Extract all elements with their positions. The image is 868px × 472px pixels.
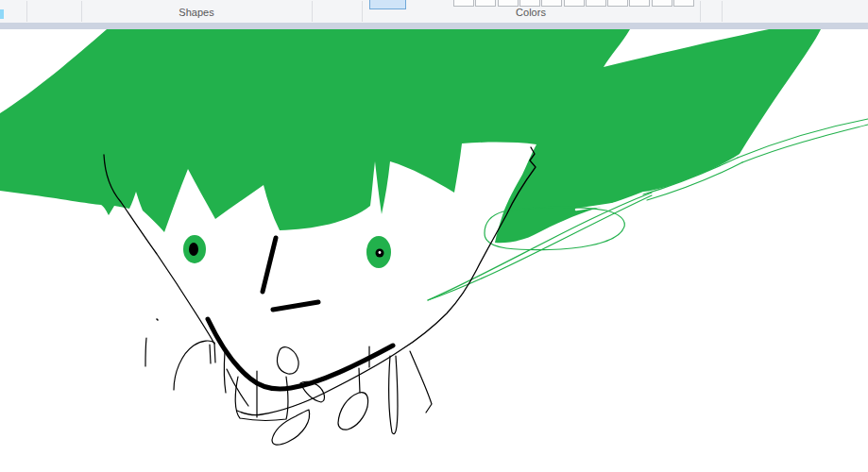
right-eye-glint xyxy=(379,251,382,254)
drawing-surface[interactable] xyxy=(0,29,868,472)
neck-scribble-line-a xyxy=(210,345,211,363)
neck-scribble-line-d xyxy=(359,368,360,393)
palette-swatch[interactable] xyxy=(564,0,585,7)
chin-stroke xyxy=(208,319,393,389)
group-separator xyxy=(700,1,701,22)
ribbon-toolbar: Shapes Colors xyxy=(0,0,868,23)
palette-swatch[interactable] xyxy=(541,0,562,7)
left-eye-pupil xyxy=(189,243,198,256)
group-separator xyxy=(312,1,313,22)
neck-scribble-petal-mid xyxy=(338,393,368,430)
palette-swatch[interactable] xyxy=(652,0,672,7)
palette-swatch[interactable] xyxy=(629,0,650,7)
paint-window: Shapes Colors xyxy=(0,0,868,472)
group-separator xyxy=(81,1,82,22)
palette-swatch[interactable] xyxy=(498,0,519,7)
palette-swatch[interactable] xyxy=(673,0,694,7)
workspace-strip xyxy=(0,23,868,29)
neck-scribble-petal-left xyxy=(174,341,215,390)
neck-scribble-hook xyxy=(410,351,432,413)
neck-scribble-tick xyxy=(145,338,146,366)
drawing-canvas[interactable] xyxy=(0,29,868,472)
colors-group-label: Colors xyxy=(362,7,700,18)
neck-scribble-tall-u xyxy=(389,356,398,434)
pencil-strand-6 xyxy=(742,125,868,162)
palette-swatch[interactable] xyxy=(519,0,540,7)
palette-swatch[interactable] xyxy=(475,0,496,7)
neck-scribble-loop xyxy=(277,347,298,374)
palette-swatch[interactable] xyxy=(607,0,628,7)
hair-shape xyxy=(0,29,821,243)
palette-swatch[interactable] xyxy=(586,0,606,7)
palette-swatch[interactable] xyxy=(453,0,474,7)
group-separator xyxy=(26,1,27,22)
mouth-stroke xyxy=(273,302,318,310)
group-separator xyxy=(362,1,363,22)
selected-color-swatch[interactable] xyxy=(369,0,406,9)
neck-scribble-line-b xyxy=(224,352,226,393)
neck-scribble-leaf xyxy=(272,410,310,445)
nose-stroke xyxy=(263,238,276,292)
group-separator xyxy=(722,1,723,22)
shapes-group-label: Shapes xyxy=(81,7,312,18)
neck-scribble-dot xyxy=(157,319,158,320)
clipboard-icon[interactable] xyxy=(0,9,4,19)
